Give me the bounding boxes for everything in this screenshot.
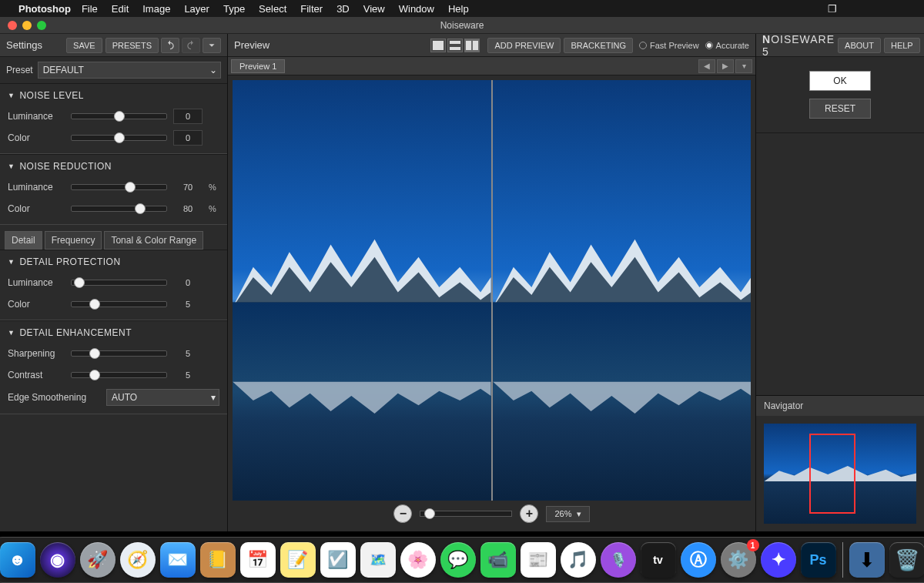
dock-mail[interactable]: ✉️ xyxy=(160,542,196,578)
menu-view[interactable]: View xyxy=(363,3,385,15)
view-split-h[interactable] xyxy=(447,39,463,52)
percent-label: % xyxy=(209,204,219,213)
de-sharpen-value: 5 xyxy=(173,346,203,361)
dock-tv[interactable]: tv xyxy=(641,542,676,578)
navigator-viewport-box[interactable] xyxy=(809,434,855,514)
minimize-window-button[interactable] xyxy=(22,21,32,30)
dp-color-slider[interactable] xyxy=(71,301,167,307)
menu-image[interactable]: Image xyxy=(142,3,170,15)
settings-panel: Settings SAVE PRESETS Preset DEFAULT ⌄ ▼… xyxy=(0,34,228,531)
dock-app1[interactable]: ✦ xyxy=(761,542,796,578)
navigator-thumbnail[interactable] xyxy=(764,424,916,524)
close-window-button[interactable] xyxy=(8,21,17,30)
zoom-out-button[interactable]: − xyxy=(393,504,412,523)
fast-preview-radio[interactable]: Fast Preview xyxy=(639,41,699,50)
ok-button[interactable]: OK xyxy=(809,71,871,91)
tab-detail[interactable]: Detail xyxy=(5,231,42,250)
navigator-panel: Navigator xyxy=(756,395,924,531)
dock-photos[interactable]: 🌸 xyxy=(400,542,436,578)
add-preview-button[interactable]: ADD PREVIEW xyxy=(487,38,561,53)
nr-luminance-slider[interactable] xyxy=(71,184,167,190)
tab-menu-button[interactable]: ▾ xyxy=(735,59,752,73)
dock-calendar[interactable]: 📅 xyxy=(240,542,276,578)
nl-color-slider[interactable] xyxy=(71,135,167,141)
menu-type[interactable]: Type xyxy=(223,3,245,15)
nl-luminance-slider[interactable] xyxy=(71,113,167,119)
help-button[interactable]: HELP xyxy=(884,38,920,53)
menu-file[interactable]: File xyxy=(82,3,98,15)
percent-label: % xyxy=(209,183,219,192)
preset-value: DEFAULT xyxy=(43,65,84,75)
menu-select[interactable]: Select xyxy=(259,3,286,15)
menu-3d[interactable]: 3D xyxy=(336,3,350,15)
dock-maps[interactable]: 🗺️ xyxy=(360,542,396,578)
nl-luminance-value[interactable]: 0 xyxy=(173,109,203,124)
bracketing-button[interactable]: BRACKETING xyxy=(564,38,633,53)
dock-siri[interactable]: ◉ xyxy=(40,542,75,578)
de-sharpen-slider[interactable] xyxy=(71,350,167,357)
menu-edit[interactable]: Edit xyxy=(112,3,129,15)
zoom-in-button[interactable]: + xyxy=(520,504,538,523)
zoom-slider[interactable] xyxy=(420,511,512,517)
window-title: Noiseware xyxy=(440,20,484,31)
display-icon[interactable]: ❐ xyxy=(828,3,837,15)
noise-reduction-header[interactable]: ▼NOISE REDUCTION xyxy=(8,156,219,176)
dp-color-label: Color xyxy=(8,299,65,310)
view-split-v[interactable] xyxy=(464,39,480,52)
noise-level-header[interactable]: ▼NOISE LEVEL xyxy=(8,85,219,106)
preview-panel: Preview ADD PREVIEW BRACKETING Fast Prev… xyxy=(228,34,756,531)
navigator-title: Navigator xyxy=(756,396,924,416)
zoom-value-select[interactable]: 26%▾ xyxy=(546,506,589,522)
preset-select[interactable]: DEFAULT ⌄ xyxy=(38,62,221,79)
dock-facetime[interactable]: 📹 xyxy=(480,542,516,578)
dock-podcasts[interactable]: 🎙️ xyxy=(601,542,636,578)
dp-luminance-slider[interactable] xyxy=(71,280,167,286)
dp-luminance-value: 0 xyxy=(173,275,203,290)
detail-enhancement-header[interactable]: ▼DETAIL ENHANCEMENT xyxy=(8,323,219,343)
save-button[interactable]: SAVE xyxy=(66,38,102,53)
dropdown-button[interactable] xyxy=(203,38,221,53)
accurate-radio[interactable]: Accurate xyxy=(705,41,749,50)
dock-appstore[interactable]: Ⓐ xyxy=(681,542,716,578)
menu-help[interactable]: Help xyxy=(448,3,469,15)
menu-filter[interactable]: Filter xyxy=(300,3,323,15)
preview-tab-1[interactable]: Preview 1 xyxy=(231,59,285,73)
dock-contacts[interactable]: 📒 xyxy=(200,542,236,578)
de-contrast-slider[interactable] xyxy=(71,372,167,378)
tab-tonal[interactable]: Tonal & Color Range xyxy=(104,231,203,250)
menubar-appname[interactable]: Photoshop xyxy=(18,3,71,15)
dock-messages[interactable]: 💬 xyxy=(440,542,476,578)
nl-luminance-label: Luminance xyxy=(8,111,65,122)
dock-trash[interactable]: 🗑️ xyxy=(889,542,925,578)
preview-image[interactable] xyxy=(233,80,751,501)
dock-music[interactable]: 🎵 xyxy=(561,542,596,578)
redo-button[interactable] xyxy=(182,38,200,53)
dock-photoshop[interactable]: Ps xyxy=(801,542,836,578)
right-panel: NOISEWARE 5 ABOUT HELP OK RESET Navigato… xyxy=(756,34,924,531)
detail-protection-header[interactable]: ▼DETAIL PROTECTION xyxy=(8,252,219,272)
reset-button[interactable]: RESET xyxy=(809,99,871,119)
zoom-window-button[interactable] xyxy=(37,21,46,30)
dock-finder[interactable]: ☻ xyxy=(0,542,35,578)
nl-color-value[interactable]: 0 xyxy=(173,130,203,146)
next-tab-button[interactable]: ▶ xyxy=(717,59,734,73)
undo-button[interactable] xyxy=(161,38,179,53)
settings-title: Settings xyxy=(6,39,42,51)
tab-frequency[interactable]: Frequency xyxy=(45,231,102,250)
edge-smoothening-select[interactable]: AUTO ▾ xyxy=(106,389,219,406)
dock-launchpad[interactable]: 🚀 xyxy=(80,542,116,578)
menu-window[interactable]: Window xyxy=(399,3,434,15)
menu-layer[interactable]: Layer xyxy=(184,3,209,15)
chevron-down-icon: ▾ xyxy=(211,392,216,403)
dock-downloads[interactable]: ⬇︎ xyxy=(849,542,885,578)
nr-color-slider[interactable] xyxy=(71,206,167,212)
dock-news[interactable]: 📰 xyxy=(521,542,556,578)
dock-reminders[interactable]: ☑️ xyxy=(320,542,356,578)
dock-safari[interactable]: 🧭 xyxy=(120,542,156,578)
dock-notes[interactable]: 📝 xyxy=(280,542,316,578)
dock-settings[interactable]: ⚙️1 xyxy=(721,542,756,578)
view-single[interactable] xyxy=(430,39,446,52)
presets-button[interactable]: PRESETS xyxy=(105,38,159,53)
prev-tab-button[interactable]: ◀ xyxy=(698,59,715,73)
about-button[interactable]: ABOUT xyxy=(838,38,881,53)
